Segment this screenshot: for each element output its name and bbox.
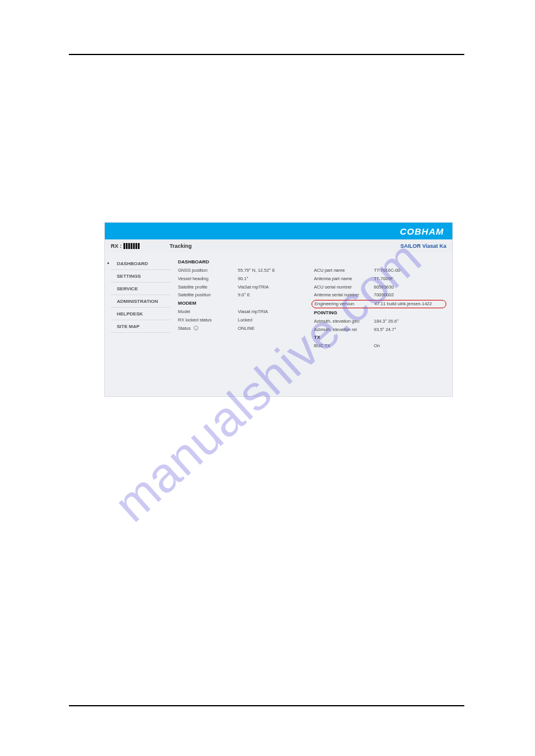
value: 80563630 xyxy=(374,284,444,290)
row-modem-status: Status i ONLINE xyxy=(178,326,308,332)
row-acu-serial: ACU serial number 80563630 xyxy=(314,284,444,290)
label: BUC TX xyxy=(314,343,374,349)
label: Antenna serial number xyxy=(314,292,374,298)
pointing-title: POINTING xyxy=(314,310,444,315)
sidebar-item-label: SETTINGS xyxy=(117,274,141,279)
sidebar-item-label: DASHBOARD xyxy=(117,261,148,266)
value: 9.0° E xyxy=(238,292,308,298)
info-icon[interactable]: i xyxy=(194,326,198,330)
value: 47.11 build ulrik.jensen-1422 xyxy=(374,301,443,307)
value: 93.5° 24.7° xyxy=(374,327,444,333)
label: Vessel heading xyxy=(178,276,238,282)
value: 184.3° 26.6° xyxy=(374,318,444,324)
value: 55.79° N, 12.52° E xyxy=(238,268,308,274)
rx-label: RX : xyxy=(111,243,122,249)
sidebar-item-dashboard[interactable]: DASHBOARD xyxy=(111,257,171,270)
app-screenshot: COBHAM RX : Tracking SAILOR Viasat Ka DA… xyxy=(105,223,452,396)
sidebar-item-sitemap[interactable]: SITE MAP xyxy=(111,320,171,333)
status-bar: RX : Tracking SAILOR Viasat Ka xyxy=(105,239,452,253)
modem-title: MODEM xyxy=(178,300,308,306)
label: Engineering version xyxy=(315,301,374,307)
label: RX locked status xyxy=(178,317,238,323)
label: ACU serial number xyxy=(314,284,374,290)
dashboard-content: DASHBOARD GNSS position 55.79° N, 12.52°… xyxy=(171,253,452,396)
tracking-status: Tracking xyxy=(170,243,192,249)
label: ACU part name xyxy=(314,268,374,274)
label: Azimuth, elevation geo xyxy=(314,318,374,324)
value: Viasat mpTRIA xyxy=(238,309,308,315)
left-column: DASHBOARD GNSS position 55.79° N, 12.52°… xyxy=(178,257,308,378)
value: TT-7009F xyxy=(374,276,444,282)
dashboard-title: DASHBOARD xyxy=(178,259,308,265)
label: GNSS position xyxy=(178,268,238,274)
label: Antenna part name xyxy=(314,276,374,282)
label: Azimuth, elevation rel xyxy=(314,327,374,333)
right-column: . ACU part name TT-7016C-00 Antenna part… xyxy=(314,257,444,378)
brand-logo: COBHAM xyxy=(400,226,445,236)
row-satellite-profile: Satellite profile ViaSat mpTRIA xyxy=(178,284,308,290)
sidebar-item-settings[interactable]: SETTINGS xyxy=(111,270,171,283)
row-acu-part: ACU part name TT-7016C-00 xyxy=(314,268,444,274)
row-antenna-part: Antenna part name TT-7009F xyxy=(314,276,444,282)
sidebar-item-administration[interactable]: ADMINISTRATION xyxy=(111,295,171,308)
value: Locked xyxy=(238,317,308,323)
brand-header: COBHAM xyxy=(105,223,452,239)
row-gnss-position: GNSS position 55.79° N, 12.52° E xyxy=(178,268,308,274)
row-engineering-version-highlighted: Engineering version 47.11 build ulrik.je… xyxy=(312,300,446,308)
value: ViaSat mpTRIA xyxy=(238,284,308,290)
document-page: COBHAM RX : Tracking SAILOR Viasat Ka DA… xyxy=(69,54,464,706)
rx-signal-icon xyxy=(123,243,140,249)
sidebar-item-label: SITE MAP xyxy=(117,324,140,329)
value: TT-7016C-00 xyxy=(374,268,444,274)
value: On xyxy=(374,343,444,349)
tx-title: TX xyxy=(314,335,444,340)
sidebar-item-service[interactable]: SERVICE xyxy=(111,283,171,295)
sidebar-item-label: HELPDESK xyxy=(117,311,143,317)
row-modem-model: Model Viasat mpTRIA xyxy=(178,309,308,315)
row-antenna-serial: Antenna serial number 70090002 xyxy=(314,292,444,298)
sidebar-item-label: SERVICE xyxy=(117,286,138,292)
sidebar: DASHBOARD SETTINGS SERVICE ADMINISTRATIO… xyxy=(105,253,171,396)
value: 70090002 xyxy=(374,292,444,298)
row-vessel-heading: Vessel heading 90.1° xyxy=(178,276,308,282)
label: Status i xyxy=(178,326,238,332)
value: ONLINE xyxy=(238,326,308,332)
sidebar-item-helpdesk[interactable]: HELPDESK xyxy=(111,308,171,320)
product-name: SAILOR Viasat Ka xyxy=(400,243,446,249)
label: Model xyxy=(178,309,238,315)
label: Satellite position xyxy=(178,292,238,298)
app-body: DASHBOARD SETTINGS SERVICE ADMINISTRATIO… xyxy=(105,253,452,396)
row-satellite-position: Satellite position 9.0° E xyxy=(178,292,308,298)
row-rx-locked: RX locked status Locked xyxy=(178,317,308,323)
label: Satellite profile xyxy=(178,284,238,290)
sidebar-item-label: ADMINISTRATION xyxy=(117,299,158,304)
row-az-el-rel: Azimuth, elevation rel 93.5° 24.7° xyxy=(314,327,444,333)
row-buc-tx: BUC TX On xyxy=(314,343,444,349)
row-az-el-geo: Azimuth, elevation geo 184.3° 26.6° xyxy=(314,318,444,324)
value: 90.1° xyxy=(238,276,308,282)
